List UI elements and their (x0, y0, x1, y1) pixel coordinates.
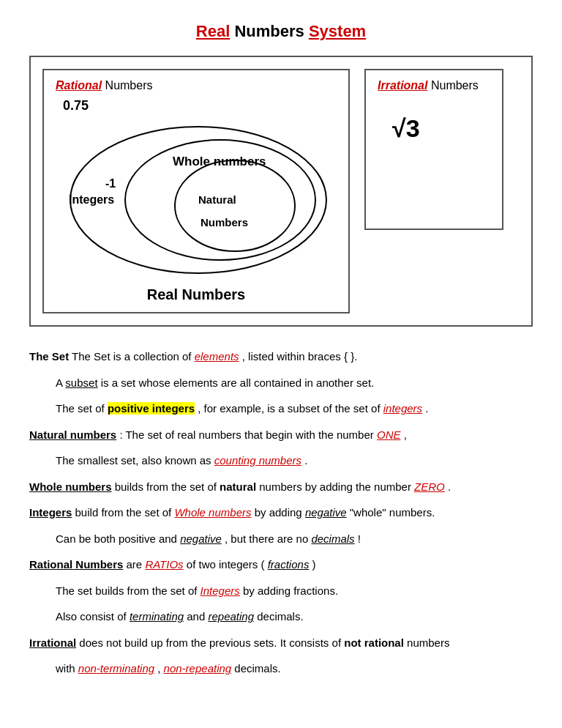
terminating-blank: terminating (130, 610, 184, 623)
page-title: Real Numbers System (29, 22, 533, 41)
irrational-line: Irrational does not build up from the pr… (29, 634, 533, 653)
natural-numbers-heading: Natural numbers (29, 428, 116, 441)
also-prefix: Also consist of (56, 610, 130, 623)
natural-numbers-line: Natural numbers : The set of real number… (29, 426, 533, 445)
irrational-box: Irrational Numbers √3 (364, 69, 503, 230)
integers-italic: negative (305, 506, 347, 519)
set-builds-line: The set builds from the set of Integers … (56, 582, 533, 601)
ratios-blank: RATIOs (145, 558, 183, 571)
repeating-blank: repeating (208, 610, 254, 623)
pi-prefix: The set of (56, 402, 108, 415)
non-terminating-line: with non-terminating , non-repeating dec… (56, 659, 533, 678)
rational-word: Numbers (105, 79, 153, 92)
rational-box: Rational Numbers 0.75 Integers -1 Whole … (42, 69, 350, 313)
set-suffix: , listed within braces { }. (242, 350, 358, 363)
irrational-text: does not build up from the previous sets… (79, 636, 344, 649)
subset-prefix: A (56, 376, 65, 389)
whole-heading: Whole numbers (29, 480, 112, 493)
counting-suffix: . (304, 454, 307, 467)
irrational-label: Irrational (378, 79, 427, 92)
rational-title: Rational Numbers (56, 79, 337, 92)
title-numbers: Numbers (234, 22, 304, 40)
whole-text-middle: numbers by adding the number (259, 480, 414, 493)
integers-blank2: Whole numbers (174, 506, 251, 519)
negative-blank1: negative (180, 532, 222, 545)
fractions-blank: fractions (268, 558, 310, 571)
whole-blank: ZERO (414, 480, 445, 493)
venn-diagram: Integers -1 Whole numbers Natural Number… (56, 119, 334, 281)
subset-suffix: is a set whose elements are all containe… (101, 376, 375, 389)
can-be-middle: , but there are no (225, 532, 311, 545)
natural-numbers-blank: ONE (377, 428, 401, 441)
rational-numbers-line: Rational Numbers are RATIOs of two integ… (29, 555, 533, 574)
non-repeating-blank: non-repeating (164, 662, 232, 675)
set-blank: elements (195, 350, 239, 363)
also-consist-line: Also consist of terminating and repeatin… (56, 607, 533, 626)
decimals-blank2: decimals (311, 532, 354, 545)
natural-numbers-suffix: , (404, 428, 407, 441)
decimal-value: 0.75 (63, 98, 337, 114)
integers-heading: Integers (29, 506, 72, 519)
nt-suffix: decimals. (234, 662, 280, 675)
positive-integers-highlight: positive integers (108, 402, 195, 415)
not-rational: not rational (344, 636, 404, 649)
rational-suffix: ) (312, 558, 316, 571)
body-text: The Set The Set is a collection of eleme… (29, 347, 533, 678)
rational-heading: Rational Numbers (29, 558, 123, 571)
integers-text-prefix: build from the set of (75, 506, 175, 519)
numbers-label: Numbers (201, 216, 248, 229)
can-be-line: Can be both positive and negative , but … (56, 530, 533, 549)
natural-numbers-text: : The set of real numbers that begin wit… (119, 428, 377, 441)
rational-label: Rational (56, 79, 102, 92)
set-word: The Set (29, 350, 69, 363)
non-terminating-blank: non-terminating (78, 662, 154, 675)
also-suffix: decimals. (257, 610, 303, 623)
subset-line: A subset is a set whose elements are all… (56, 374, 533, 393)
nt-prefix: with (56, 662, 78, 675)
set-builds-suffix: by adding fractions. (243, 584, 338, 597)
integers-label: Integers (69, 193, 114, 207)
integers-line: Integers build from the set of Whole num… (29, 503, 533, 522)
set-prefix: The Set is a collection of (72, 350, 195, 363)
whole-suffix: . (448, 480, 451, 493)
rational-text-prefix: are (127, 558, 146, 571)
integers-blank: integers (383, 402, 422, 415)
subset-blank: subset (65, 376, 97, 389)
irrational-heading: Irrational (29, 636, 76, 649)
whole-text-prefix: builds from the set of (115, 480, 220, 493)
title-real: Real (196, 22, 230, 40)
whole-numbers-label: Whole numbers (173, 155, 266, 169)
counting-line: The smallest set, also known as counting… (56, 451, 533, 470)
rational-text-middle: of two integers ( (187, 558, 268, 571)
set-line: The Set The Set is a collection of eleme… (29, 347, 533, 366)
integers-blank3: Integers (201, 584, 240, 597)
set-builds-prefix: The set builds from the set of (56, 584, 201, 597)
whole-text-bold: natural (220, 480, 256, 493)
irrational-title: Irrational Numbers (378, 79, 490, 92)
counting-prefix: The smallest set, also known as (56, 454, 214, 467)
pi-middle: , for example, is a subset of the set of (198, 402, 383, 415)
neg-one-label: -1 (105, 177, 116, 190)
main-diagram-box: Rational Numbers 0.75 Integers -1 Whole … (29, 56, 533, 327)
positive-integers-line: The set of positive integers , for examp… (56, 399, 533, 418)
title-system: System (309, 22, 366, 40)
can-be-suffix: ! (358, 532, 361, 545)
integers-text-middle: by adding (255, 506, 305, 519)
nt-middle: , (157, 662, 163, 675)
real-numbers-label: Real Numbers (56, 286, 337, 303)
also-middle: and (187, 610, 208, 623)
irrational-suffix: numbers (407, 636, 449, 649)
can-be-prefix: Can be both positive and (56, 532, 180, 545)
integers-suffix: "whole" numbers. (350, 506, 435, 519)
irrational-word: Numbers (431, 79, 479, 92)
whole-numbers-line: Whole numbers builds from the set of nat… (29, 478, 533, 497)
sqrt-symbol: √3 (392, 114, 490, 143)
pi-suffix: . (425, 402, 428, 415)
counting-blank: counting numbers (214, 454, 301, 467)
natural-label: Natural (198, 193, 236, 206)
